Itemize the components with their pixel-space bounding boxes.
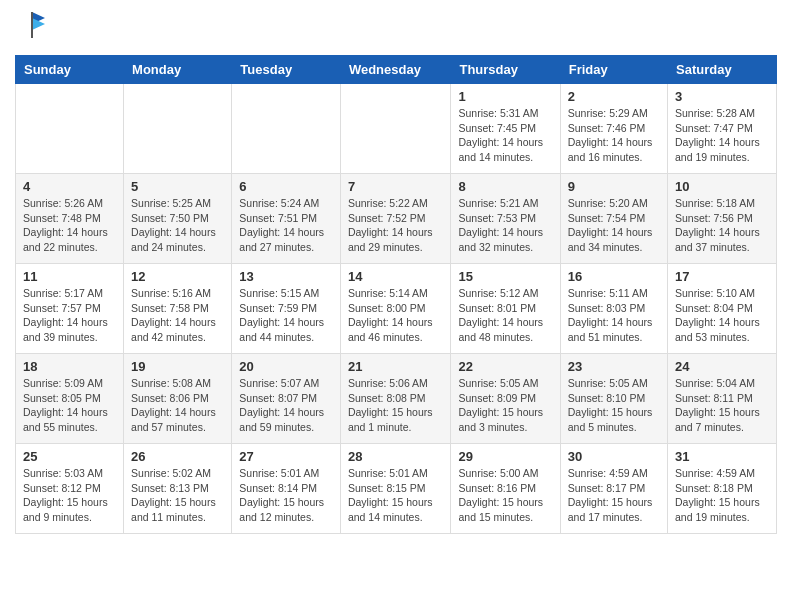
calendar-week-row: 4Sunrise: 5:26 AM Sunset: 7:48 PM Daylig… (16, 174, 777, 264)
day-number: 21 (348, 359, 444, 374)
calendar-header-row: SundayMondayTuesdayWednesdayThursdayFrid… (16, 56, 777, 84)
day-info: Sunrise: 5:24 AM Sunset: 7:51 PM Dayligh… (239, 196, 333, 255)
day-info: Sunrise: 5:08 AM Sunset: 8:06 PM Dayligh… (131, 376, 224, 435)
calendar-cell: 25Sunrise: 5:03 AM Sunset: 8:12 PM Dayli… (16, 444, 124, 534)
day-number: 23 (568, 359, 660, 374)
calendar-cell: 29Sunrise: 5:00 AM Sunset: 8:16 PM Dayli… (451, 444, 560, 534)
calendar-cell: 30Sunrise: 4:59 AM Sunset: 8:17 PM Dayli… (560, 444, 667, 534)
calendar-cell: 26Sunrise: 5:02 AM Sunset: 8:13 PM Dayli… (124, 444, 232, 534)
calendar-table: SundayMondayTuesdayWednesdayThursdayFrid… (15, 55, 777, 534)
day-info: Sunrise: 5:10 AM Sunset: 8:04 PM Dayligh… (675, 286, 769, 345)
calendar-cell: 16Sunrise: 5:11 AM Sunset: 8:03 PM Dayli… (560, 264, 667, 354)
day-info: Sunrise: 5:00 AM Sunset: 8:16 PM Dayligh… (458, 466, 552, 525)
weekday-header-sunday: Sunday (16, 56, 124, 84)
day-info: Sunrise: 5:05 AM Sunset: 8:09 PM Dayligh… (458, 376, 552, 435)
day-info: Sunrise: 5:04 AM Sunset: 8:11 PM Dayligh… (675, 376, 769, 435)
day-number: 17 (675, 269, 769, 284)
logo-flag-icon (17, 10, 47, 40)
day-info: Sunrise: 4:59 AM Sunset: 8:18 PM Dayligh… (675, 466, 769, 525)
day-number: 19 (131, 359, 224, 374)
day-number: 3 (675, 89, 769, 104)
day-number: 7 (348, 179, 444, 194)
calendar-cell: 27Sunrise: 5:01 AM Sunset: 8:14 PM Dayli… (232, 444, 341, 534)
day-info: Sunrise: 5:29 AM Sunset: 7:46 PM Dayligh… (568, 106, 660, 165)
calendar-cell: 10Sunrise: 5:18 AM Sunset: 7:56 PM Dayli… (668, 174, 777, 264)
calendar-cell: 31Sunrise: 4:59 AM Sunset: 8:18 PM Dayli… (668, 444, 777, 534)
calendar-cell (340, 84, 451, 174)
calendar-cell: 1Sunrise: 5:31 AM Sunset: 7:45 PM Daylig… (451, 84, 560, 174)
calendar-cell: 12Sunrise: 5:16 AM Sunset: 7:58 PM Dayli… (124, 264, 232, 354)
day-info: Sunrise: 5:09 AM Sunset: 8:05 PM Dayligh… (23, 376, 116, 435)
calendar-cell: 5Sunrise: 5:25 AM Sunset: 7:50 PM Daylig… (124, 174, 232, 264)
day-number: 12 (131, 269, 224, 284)
calendar-cell: 6Sunrise: 5:24 AM Sunset: 7:51 PM Daylig… (232, 174, 341, 264)
day-number: 15 (458, 269, 552, 284)
day-number: 2 (568, 89, 660, 104)
day-number: 10 (675, 179, 769, 194)
calendar-cell: 22Sunrise: 5:05 AM Sunset: 8:09 PM Dayli… (451, 354, 560, 444)
calendar-cell: 9Sunrise: 5:20 AM Sunset: 7:54 PM Daylig… (560, 174, 667, 264)
day-number: 4 (23, 179, 116, 194)
weekday-header-thursday: Thursday (451, 56, 560, 84)
day-info: Sunrise: 5:20 AM Sunset: 7:54 PM Dayligh… (568, 196, 660, 255)
day-number: 26 (131, 449, 224, 464)
calendar-cell (16, 84, 124, 174)
day-info: Sunrise: 5:02 AM Sunset: 8:13 PM Dayligh… (131, 466, 224, 525)
day-number: 6 (239, 179, 333, 194)
calendar-cell: 8Sunrise: 5:21 AM Sunset: 7:53 PM Daylig… (451, 174, 560, 264)
calendar-cell: 11Sunrise: 5:17 AM Sunset: 7:57 PM Dayli… (16, 264, 124, 354)
day-number: 22 (458, 359, 552, 374)
calendar-cell: 23Sunrise: 5:05 AM Sunset: 8:10 PM Dayli… (560, 354, 667, 444)
weekday-header-friday: Friday (560, 56, 667, 84)
day-info: Sunrise: 5:11 AM Sunset: 8:03 PM Dayligh… (568, 286, 660, 345)
day-number: 25 (23, 449, 116, 464)
calendar-cell: 19Sunrise: 5:08 AM Sunset: 8:06 PM Dayli… (124, 354, 232, 444)
day-info: Sunrise: 5:01 AM Sunset: 8:14 PM Dayligh… (239, 466, 333, 525)
page-header (15, 10, 777, 45)
day-info: Sunrise: 5:18 AM Sunset: 7:56 PM Dayligh… (675, 196, 769, 255)
day-info: Sunrise: 5:12 AM Sunset: 8:01 PM Dayligh… (458, 286, 552, 345)
calendar-cell: 20Sunrise: 5:07 AM Sunset: 8:07 PM Dayli… (232, 354, 341, 444)
day-number: 20 (239, 359, 333, 374)
calendar-cell: 24Sunrise: 5:04 AM Sunset: 8:11 PM Dayli… (668, 354, 777, 444)
day-info: Sunrise: 5:06 AM Sunset: 8:08 PM Dayligh… (348, 376, 444, 435)
day-number: 30 (568, 449, 660, 464)
day-number: 29 (458, 449, 552, 464)
calendar-cell: 4Sunrise: 5:26 AM Sunset: 7:48 PM Daylig… (16, 174, 124, 264)
weekday-header-saturday: Saturday (668, 56, 777, 84)
day-info: Sunrise: 5:31 AM Sunset: 7:45 PM Dayligh… (458, 106, 552, 165)
calendar-week-row: 1Sunrise: 5:31 AM Sunset: 7:45 PM Daylig… (16, 84, 777, 174)
day-number: 28 (348, 449, 444, 464)
day-number: 8 (458, 179, 552, 194)
day-number: 5 (131, 179, 224, 194)
day-info: Sunrise: 4:59 AM Sunset: 8:17 PM Dayligh… (568, 466, 660, 525)
day-info: Sunrise: 5:26 AM Sunset: 7:48 PM Dayligh… (23, 196, 116, 255)
calendar-cell (124, 84, 232, 174)
logo (15, 10, 47, 45)
page-container: SundayMondayTuesdayWednesdayThursdayFrid… (0, 0, 792, 544)
weekday-header-monday: Monday (124, 56, 232, 84)
calendar-cell: 17Sunrise: 5:10 AM Sunset: 8:04 PM Dayli… (668, 264, 777, 354)
svg-rect-2 (31, 12, 33, 38)
day-info: Sunrise: 5:28 AM Sunset: 7:47 PM Dayligh… (675, 106, 769, 165)
calendar-week-row: 25Sunrise: 5:03 AM Sunset: 8:12 PM Dayli… (16, 444, 777, 534)
day-info: Sunrise: 5:22 AM Sunset: 7:52 PM Dayligh… (348, 196, 444, 255)
day-info: Sunrise: 5:16 AM Sunset: 7:58 PM Dayligh… (131, 286, 224, 345)
calendar-cell (232, 84, 341, 174)
calendar-cell: 14Sunrise: 5:14 AM Sunset: 8:00 PM Dayli… (340, 264, 451, 354)
day-info: Sunrise: 5:14 AM Sunset: 8:00 PM Dayligh… (348, 286, 444, 345)
day-number: 13 (239, 269, 333, 284)
calendar-cell: 7Sunrise: 5:22 AM Sunset: 7:52 PM Daylig… (340, 174, 451, 264)
day-info: Sunrise: 5:25 AM Sunset: 7:50 PM Dayligh… (131, 196, 224, 255)
weekday-header-wednesday: Wednesday (340, 56, 451, 84)
calendar-week-row: 18Sunrise: 5:09 AM Sunset: 8:05 PM Dayli… (16, 354, 777, 444)
day-number: 11 (23, 269, 116, 284)
day-info: Sunrise: 5:17 AM Sunset: 7:57 PM Dayligh… (23, 286, 116, 345)
day-number: 9 (568, 179, 660, 194)
day-number: 27 (239, 449, 333, 464)
calendar-cell: 15Sunrise: 5:12 AM Sunset: 8:01 PM Dayli… (451, 264, 560, 354)
calendar-week-row: 11Sunrise: 5:17 AM Sunset: 7:57 PM Dayli… (16, 264, 777, 354)
day-number: 14 (348, 269, 444, 284)
day-info: Sunrise: 5:21 AM Sunset: 7:53 PM Dayligh… (458, 196, 552, 255)
calendar-cell: 13Sunrise: 5:15 AM Sunset: 7:59 PM Dayli… (232, 264, 341, 354)
